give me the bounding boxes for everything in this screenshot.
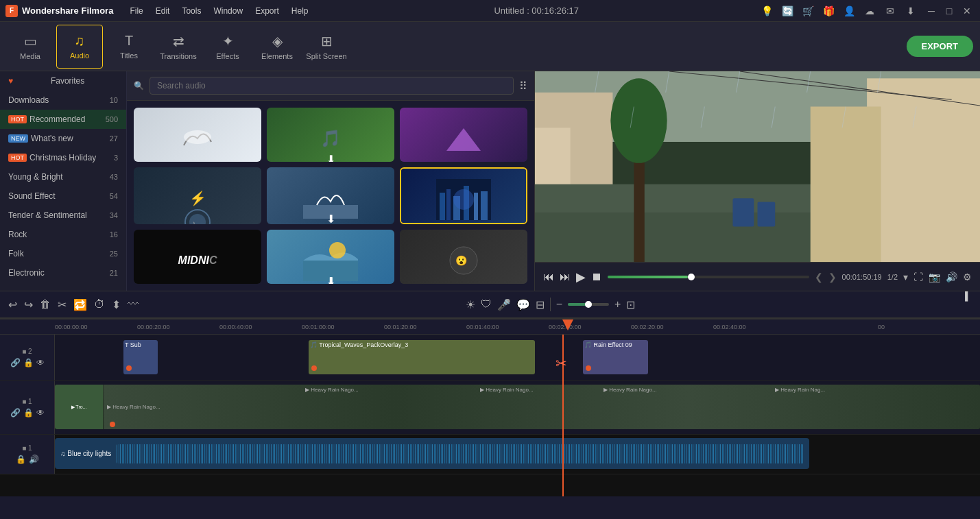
waveform-button[interactable]: 〰 <box>128 298 139 311</box>
track-2-link-icon[interactable]: 🔗 <box>10 358 21 367</box>
progress-thumb[interactable] <box>688 274 695 280</box>
sidebar-favorites[interactable]: ♥ Favorites <box>0 71 126 90</box>
fit-button[interactable]: ⊡ <box>626 298 635 311</box>
sidebar-item-christmas-holiday[interactable]: HOT Christmas Holiday 3 <box>0 148 126 167</box>
audio-track-label: ■ 1 🔒 🔊 <box>0 435 55 474</box>
toolbar-effects[interactable]: ✦ Effects <box>204 25 251 69</box>
sidebar-item-recommended[interactable]: HOT Recommended 500 <box>0 110 126 129</box>
track-1-lock-icon[interactable]: 🔒 <box>23 408 34 418</box>
stop-button[interactable]: ⏹ <box>591 271 602 283</box>
toolbar-split-screen[interactable]: ⊞ Split Screen <box>303 25 350 69</box>
track-1: ■ 1 🔗 🔒 👁 ▶ Tro... <box>0 381 980 435</box>
snapshot-icon[interactable]: 📷 <box>929 271 940 282</box>
delete-button[interactable]: 🗑 <box>40 298 51 311</box>
toolbar-titles[interactable]: T Titles <box>106 25 152 69</box>
volume-icon[interactable]: 🔊 <box>946 271 957 282</box>
subtitle-icon[interactable]: 💬 <box>516 298 530 311</box>
rain-effect-clip[interactable]: 🎵 Rain Effect 09 <box>583 340 648 374</box>
track-2-icons: 🔗 🔒 👁 <box>10 358 45 367</box>
sun-icon[interactable]: ☀ <box>466 298 475 311</box>
play-button[interactable]: ▶ <box>576 269 586 285</box>
maximize-button[interactable]: □ <box>942 3 957 19</box>
track-1-link-icon[interactable]: 🔗 <box>10 408 21 418</box>
gift-icon[interactable]: 🎁 <box>821 3 836 19</box>
step-back-button[interactable]: ⏭ <box>560 271 571 283</box>
zoom-slider[interactable] <box>568 303 609 306</box>
page-dropdown-icon[interactable]: ▾ <box>903 271 908 282</box>
sidebar-recommended-count: 500 <box>106 115 118 123</box>
menu-export[interactable]: Export <box>250 3 285 19</box>
track-1-eye-icon[interactable]: 👁 <box>36 408 45 418</box>
grid-view-icon[interactable]: ⠿ <box>519 80 527 93</box>
refresh-icon[interactable]: 🔄 <box>780 3 795 19</box>
blue-city-lights-clip[interactable]: ♫ Blue city lights <box>55 438 809 469</box>
fullscreen-icon[interactable]: ⛶ <box>913 271 923 282</box>
audio-card-living-pulse[interactable]: MIDNIC Living Pulse - Midnigh... <box>134 230 261 284</box>
close-button[interactable]: ✕ <box>959 3 975 19</box>
cut-button[interactable]: ✂ <box>58 298 67 311</box>
sidebar-item-whats-new[interactable]: NEW What's new 27 <box>0 129 126 148</box>
zoom-out-button[interactable]: − <box>556 298 562 311</box>
timer-button[interactable]: ⏱ <box>94 298 105 311</box>
zoom-in-button[interactable]: + <box>614 298 621 311</box>
menu-window[interactable]: Window <box>208 3 248 19</box>
audio-card-thunder[interactable]: ⚡ ♪ Thunder And Lightning <box>134 167 261 224</box>
audio-card-amazed[interactable]: 😮 Amazed <box>400 230 527 284</box>
mail-icon[interactable]: ✉ <box>883 3 898 19</box>
toolbar-media[interactable]: ▭ Media <box>7 25 53 69</box>
tropical-waves-clip[interactable]: 🎵 Tropical_Waves_PackOverlay_3 <box>309 340 535 374</box>
minimize-button[interactable]: ─ <box>924 3 939 19</box>
main-video-clip[interactable]: ▶ Tro... ▶ Heavy Rain Nago... <box>55 385 980 429</box>
heart-icon: ♥ <box>8 76 13 86</box>
tropical-marker <box>311 365 317 371</box>
progress-bar[interactable] <box>608 276 809 278</box>
toolbar-elements[interactable]: ◈ Elements <box>254 25 300 69</box>
sub-clip[interactable]: T Sub <box>123 340 158 374</box>
timeline-sidebar-toggle[interactable]: ▐ <box>962 291 972 317</box>
sidebar-item-sound-effect[interactable]: Sound Effect 54 <box>0 186 126 206</box>
track-2-lock-icon[interactable]: 🔒 <box>23 358 34 367</box>
settings-icon[interactable]: ⚙ <box>963 271 972 282</box>
audio-card-pyramid[interactable]: Pyramid <box>400 108 527 162</box>
rewind-button[interactable]: ⏮ <box>543 271 554 283</box>
menu-help[interactable]: Help <box>286 3 314 19</box>
page-info: 1/2 <box>887 273 898 281</box>
audio-card-clear-sky[interactable]: ⬇ ⬇ Clear Sky <box>267 230 394 284</box>
loop-button[interactable]: 🔁 <box>73 298 87 311</box>
menu-tools[interactable]: Tools <box>176 3 206 19</box>
audio-card-above[interactable]: 🎵 ⬇ Above <box>267 108 394 162</box>
account-icon[interactable]: 👤 <box>841 3 857 19</box>
audio-track-lock-icon[interactable]: 🔒 <box>16 455 26 464</box>
cloud-icon[interactable]: ☁ <box>862 3 877 19</box>
export-button[interactable]: EXPORT <box>907 36 973 57</box>
redo-button[interactable]: ↪ <box>24 298 33 311</box>
audio-track-volume-icon[interactable]: 🔊 <box>29 455 39 464</box>
toolbar-audio[interactable]: ♫ Audio <box>56 25 103 69</box>
sidebar-item-tender-sentimental[interactable]: Tender & Sentimental 34 <box>0 206 126 225</box>
adjust-button[interactable]: ⬍ <box>112 298 121 311</box>
menu-edit[interactable]: Edit <box>150 3 176 19</box>
shield-icon[interactable]: 🛡 <box>481 298 492 311</box>
sidebar-item-downloads[interactable]: Downloads 10 <box>0 90 126 110</box>
menu-bar: File Edit Tools Window Export Help <box>124 3 313 19</box>
sidebar-item-rock[interactable]: Rock 16 <box>0 225 126 244</box>
download-icon[interactable]: ⬇ <box>903 3 918 19</box>
sidebar-item-electronic[interactable]: Electronic 21 <box>0 263 126 282</box>
undo-button[interactable]: ↩ <box>8 298 17 311</box>
toolbar-split-screen-label: Split Screen <box>306 52 346 60</box>
toolbar-transitions[interactable]: ⇄ Transitions <box>155 25 202 69</box>
track-2-eye-icon[interactable]: 👁 <box>36 358 45 367</box>
playhead-marker[interactable] <box>562 319 573 330</box>
mosaic-icon[interactable]: ⊟ <box>536 298 545 311</box>
audio-card-blue-city-lights[interactable]: Blue city lights <box>400 167 527 224</box>
audio-card-walking[interactable]: ⬇ Walking on Thin Air <box>267 167 394 224</box>
sidebar-item-young-bright[interactable]: Young & Bright 43 <box>0 167 126 186</box>
cart-icon[interactable]: 🛒 <box>800 3 815 19</box>
svg-point-0 <box>184 130 211 144</box>
bulb-icon[interactable]: 💡 <box>759 3 774 19</box>
sidebar-item-folk[interactable]: Folk 25 <box>0 244 126 263</box>
menu-file[interactable]: File <box>124 3 148 19</box>
audio-card-above-a-cloud[interactable]: Above a Cloud <box>134 108 261 162</box>
mic-icon[interactable]: 🎤 <box>497 298 511 311</box>
search-input[interactable] <box>150 77 514 95</box>
